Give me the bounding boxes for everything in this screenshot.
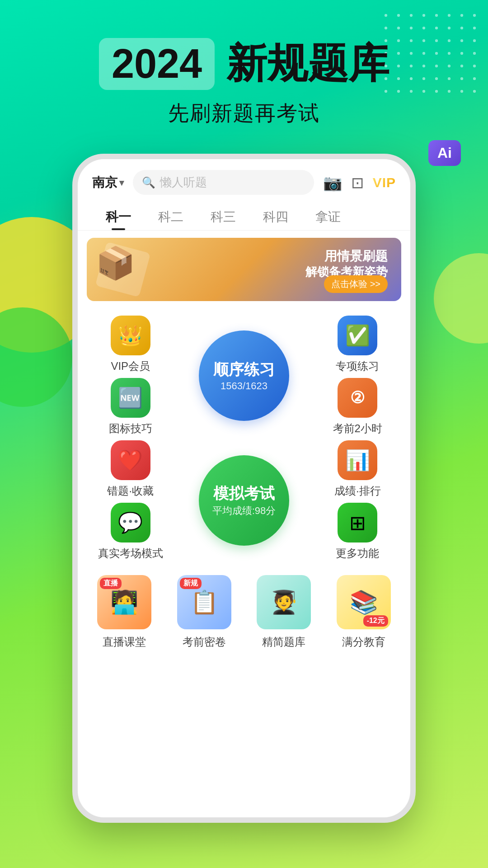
tab-ke4[interactable]: 科四 xyxy=(249,202,302,230)
camera-icon[interactable]: 📷 xyxy=(323,174,342,192)
grid-cell-more[interactable]: ⊞ 更多功能 xyxy=(315,503,399,561)
new-rules-icon: 🆕 xyxy=(111,378,150,418)
tabs-bar: 科一 科二 科三 科四 拿证 xyxy=(78,202,410,231)
sequential-practice-button[interactable]: 顺序练习 1563/1623 xyxy=(199,330,289,421)
exam-papers-label: 考前密卷 xyxy=(183,635,226,649)
live-badge: 直播 xyxy=(100,578,122,589)
grid-cell-vip[interactable]: 👑 VIP会员 xyxy=(89,316,173,373)
vip-label: VIP会员 xyxy=(111,359,150,373)
hero-section: 2024 新规题库 先刷新题再考试 xyxy=(0,36,488,127)
category-exam-papers[interactable]: 新规 📋 考前密卷 xyxy=(167,575,242,649)
exam-room-icon: 💬 xyxy=(111,503,150,542)
exam2h-icon: ② xyxy=(338,378,377,418)
hero-title: 新规题库 xyxy=(226,36,389,91)
grid-cell-new-rules[interactable]: 🆕 图标技巧 xyxy=(89,378,173,436)
more-label: 更多功能 xyxy=(336,546,379,561)
special-practice-icon: ✅ xyxy=(338,316,377,355)
phone-mockup: 南京 ▾ 🔍 懒人听题 📷 ⊡ VIP 科一 科二 科三 xyxy=(72,154,416,823)
tab-ke1[interactable]: 科一 xyxy=(92,202,145,230)
mock-exam-button[interactable]: 模拟考试 平均成绩:98分 xyxy=(199,455,289,546)
phone-inner: 南京 ▾ 🔍 懒人听题 📷 ⊡ VIP 科一 科二 科三 xyxy=(78,159,410,817)
simple-questions-label: 精简题库 xyxy=(262,635,305,649)
scores-icon: 📊 xyxy=(338,440,377,480)
new-rules-label: 图标技巧 xyxy=(109,421,152,436)
location-button[interactable]: 南京 ▾ xyxy=(92,174,124,191)
live-class-illustration: 🧑‍💻 xyxy=(110,589,138,615)
tab-nazheng[interactable]: 拿证 xyxy=(302,202,354,230)
simple-questions-illustration: 🧑‍🎓 xyxy=(270,589,298,615)
full-score-label: 满分教育 xyxy=(342,635,385,649)
mock-exam-label: 模拟考试 xyxy=(213,483,275,504)
search-icon: 🔍 xyxy=(142,176,155,189)
app-header: 南京 ▾ 🔍 懒人听题 📷 ⊡ VIP xyxy=(78,159,410,202)
chevron-down-icon: ▾ xyxy=(119,177,124,188)
hero-subtitle: 先刷新题再考试 xyxy=(0,99,488,127)
live-class-icon-area: 直播 🧑‍💻 xyxy=(97,575,151,629)
banner-text1: 用情景刷题 xyxy=(324,248,388,265)
full-score-icon-area: -12元 📚 xyxy=(337,575,391,629)
grid-cell-sequential[interactable]: 顺序练习 1563/1623 xyxy=(177,316,311,436)
vip-badge[interactable]: VIP xyxy=(373,175,396,190)
banner-illustration: 📦 xyxy=(96,245,135,282)
header-icons: 📷 ⊡ VIP xyxy=(323,174,396,192)
circle-decoration-right xyxy=(434,253,488,344)
more-icon: ⊞ xyxy=(338,503,377,542)
location-text: 南京 xyxy=(92,174,117,191)
category-live-class[interactable]: 直播 🧑‍💻 直播课堂 xyxy=(87,575,162,649)
full-score-illustration: 📚 xyxy=(350,589,378,615)
exam-papers-icon-area: 新规 📋 xyxy=(177,575,231,629)
search-bar[interactable]: 🔍 懒人听题 xyxy=(133,170,314,195)
sequential-practice-progress: 1563/1623 xyxy=(221,380,267,392)
main-grid: 👑 VIP会员 顺序练习 1563/1623 ✅ 专项练习 🆕 图标技巧 ② xyxy=(78,308,410,568)
exam2h-label: 考前2小时 xyxy=(333,421,382,436)
sequential-practice-label: 顺序练习 xyxy=(213,359,275,380)
category-full-score[interactable]: -12元 📚 满分教育 xyxy=(326,575,402,649)
live-class-label: 直播课堂 xyxy=(103,635,146,649)
vip-icon: 👑 xyxy=(111,316,150,355)
category-simple-questions[interactable]: 🧑‍🎓 精简题库 xyxy=(246,575,322,649)
discount-badge: -12元 xyxy=(363,615,388,627)
ai-badge[interactable]: Ai xyxy=(428,140,461,166)
banner-cta-button[interactable]: 点击体验 >> xyxy=(324,275,388,293)
scores-label: 成绩·排行 xyxy=(334,484,381,498)
new-badge: 新规 xyxy=(180,578,202,589)
grid-cell-mistakes[interactable]: ❤️ 错题·收藏 xyxy=(89,440,173,498)
special-practice-label: 专项练习 xyxy=(336,359,379,373)
mistakes-icon: ❤️ xyxy=(111,440,150,480)
mock-exam-score: 平均成绩:98分 xyxy=(212,504,276,518)
tab-ke3[interactable]: 科三 xyxy=(197,202,249,230)
grid-cell-special[interactable]: ✅ 专项练习 xyxy=(315,316,399,373)
simple-questions-icon-area: 🧑‍🎓 xyxy=(257,575,311,629)
search-placeholder: 懒人听题 xyxy=(160,175,207,190)
banner[interactable]: 📦 用情景刷题 解锁备考新姿势 点击体验 >> xyxy=(87,238,401,301)
exam-room-label: 真实考场模式 xyxy=(98,546,163,561)
grid-cell-scores[interactable]: 📊 成绩·排行 xyxy=(315,440,399,498)
hero-year: 2024 xyxy=(99,38,215,90)
grid-cell-exam-room[interactable]: 💬 真实考场模式 xyxy=(89,503,173,561)
grid-cell-mock-exam[interactable]: 模拟考试 平均成绩:98分 xyxy=(177,440,311,561)
bottom-categories: 直播 🧑‍💻 直播课堂 新规 📋 考前密卷 🧑‍🎓 精简题库 xyxy=(78,568,410,654)
mistakes-label: 错题·收藏 xyxy=(107,484,154,498)
exam-papers-illustration: 📋 xyxy=(190,589,218,615)
scan-icon[interactable]: ⊡ xyxy=(351,174,364,192)
grid-cell-exam2h[interactable]: ② 考前2小时 xyxy=(315,378,399,436)
tab-ke2[interactable]: 科二 xyxy=(145,202,197,230)
